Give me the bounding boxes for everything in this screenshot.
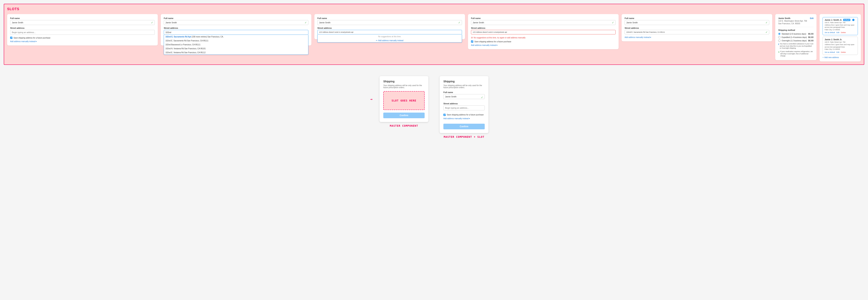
confirm-button-slot[interactable]: Confirm — [443, 124, 485, 129]
delete-saved-address-link-1[interactable]: Delete — [841, 32, 846, 33]
street-wrapper-slot — [443, 106, 485, 112]
autocomplete-item-4[interactable]: 102nd E. Vestama Rd San Francisco, CA 95… — [164, 51, 308, 55]
check-icon-4: ✓ — [612, 21, 614, 24]
address-name: Jamie Smith Edit — [778, 17, 813, 19]
edit-saved-address-link-2[interactable]: Edit — [836, 51, 839, 53]
slots-section: SLOTS Full name ✓ Street address Save sh… — [4, 4, 864, 65]
shipping-dialog-slot: Shipping Your shipping address will be o… — [440, 76, 489, 133]
street-wrapper-3: No suggestions at this time. ✏ Add addre… — [317, 30, 462, 34]
set-as-default-link-1[interactable]: Set as default — [825, 32, 835, 33]
shipping-option-standard: Standard (2-6 business days) $X.XX — [778, 33, 813, 35]
set-as-default-link-2[interactable]: Set as default — [825, 51, 835, 53]
edit-address-link[interactable]: Edit — [810, 17, 813, 19]
shipping-price-expedited: $X.XX — [808, 36, 813, 38]
street-label-slot: Street address — [443, 102, 485, 105]
slot-card-3: Full name ✓ Street address No suggestion… — [314, 14, 465, 39]
street-input-3[interactable] — [317, 30, 462, 34]
delete-saved-address-link-2[interactable]: Delete — [841, 51, 846, 53]
shipping-dialog-desc-slot: Your shipping address will be only used … — [443, 84, 485, 89]
street-wrapper-5: ✓ — [625, 30, 769, 34]
full-name-input-1[interactable] — [10, 20, 155, 25]
info-row-blue: ℹ You have a controlled substance in you… — [778, 43, 813, 50]
street-input-2[interactable] — [164, 30, 308, 35]
slot-placeholder: SLOT GOES HERE — [383, 91, 425, 110]
master-component-slot-wrapper: Shipping Your shipping address will be o… — [440, 76, 489, 138]
master-component-wrapper: → Shipping Your shipping address will be… — [379, 76, 428, 138]
full-name-input-slot[interactable] — [443, 94, 485, 99]
no-suggestions-dropdown: No suggestions at this time. ✏ Add addre… — [317, 34, 462, 42]
error-icon-4: ⊘ — [471, 36, 473, 39]
add-new-address-btn[interactable]: + Add new address — [823, 56, 858, 58]
slot-card-1: Full name ✓ Street address Save shipping… — [7, 14, 158, 46]
shipping-dialog-wrapper: → Shipping Your shipping address will be… — [379, 76, 428, 122]
full-name-input-5[interactable] — [625, 20, 769, 25]
add-manually-link-1[interactable]: Add address manually instead ▾ — [10, 40, 155, 42]
autocomplete-item-2[interactable]: 102nd Basswood Ln Francisco, CA 95111 — [164, 43, 308, 47]
add-manually-link-slot[interactable]: Add address manually instead ▾ — [443, 118, 485, 120]
shipping-option-expedited: Expedited (1-4 business days) $X.XX — [778, 36, 813, 38]
slot-arrow-indicator: → — [370, 97, 372, 101]
slots-title: SLOTS — [7, 7, 861, 11]
street-input-4[interactable] — [471, 30, 616, 34]
slots-row: Full name ✓ Street address Save shipping… — [7, 14, 861, 61]
autocomplete-dropdown: 102nd E. Sacramento Rd Apt (158 more ent… — [164, 35, 308, 55]
info-text-blue: You have a controlled substance in your … — [780, 43, 813, 50]
full-name-input-2[interactable] — [164, 20, 308, 25]
address-text: 110 E. Washington Street Apt. 758 San Fr… — [778, 20, 813, 25]
shipping-label-expedited: Expedited (1-4 business days) — [782, 36, 807, 38]
shipping-radio-standard[interactable] — [778, 33, 780, 35]
save-checkbox-slot[interactable] — [443, 114, 446, 116]
saved-address-item-2[interactable]: Jamie J. Smith Jr. 100 E. Fake Street Ap… — [823, 37, 858, 55]
saved-address-actions-2: Set as default Edit Delete — [825, 51, 856, 53]
autocomplete-item-1[interactable]: 102nd E. Sacramento Rd San Francisco, CA… — [164, 39, 308, 43]
info-icon-green: ● — [778, 51, 779, 53]
error-message-4: ⊘ No suggestions at this time, try again… — [471, 36, 616, 39]
edit-saved-address-link-1[interactable]: Edit — [836, 32, 839, 33]
add-manually-pencil[interactable]: ✏ Add address manually instead — [317, 39, 462, 42]
saved-address-text-1: 100 E. Fake Street Apt. 758Address line … — [825, 22, 856, 31]
street-input-5[interactable] — [625, 30, 769, 34]
street-input-1[interactable] — [10, 30, 155, 35]
full-name-label-4: Full name — [471, 17, 616, 19]
shipping-price-standard: $X.XX — [808, 33, 813, 35]
add-manually-link-5[interactable]: Add address manually instead ▾ — [625, 36, 769, 38]
bottom-section: → Shipping Your shipping address will be… — [4, 72, 864, 142]
saved-address-name-1: Jamie J. Smith Jr. Default — [825, 19, 856, 21]
shipping-label-overnight: Overnight (1-2 business days) — [782, 40, 807, 42]
shipping-label-standard: Standard (2-6 business days) — [782, 33, 807, 35]
shipping-dialog-desc-master: Your shipping address will be only used … — [383, 84, 425, 89]
shipping-dialog-title-slot: Shipping — [443, 80, 485, 83]
full-name-input-3[interactable] — [317, 20, 462, 25]
autocomplete-item-3[interactable]: 102nd N. Vestama Rd San Francisco, CA 95… — [164, 47, 308, 51]
full-name-wrapper-4: ✓ — [471, 20, 616, 25]
slot-card-2: Full name ✓ Street address 102nd E. Sacr… — [161, 14, 311, 46]
street-wrapper-4 — [471, 30, 616, 34]
street-label-4: Street address — [471, 27, 616, 29]
full-name-label-3: Full name — [317, 17, 462, 19]
address-block: Jamie Smith Edit 110 E. Washington Stree… — [778, 17, 813, 27]
full-name-wrapper-slot: ✓ — [443, 94, 485, 100]
saved-address-item-1[interactable]: Jamie J. Smith Jr. Default 100 E. Fake S… — [823, 17, 858, 35]
street-check-icon-5: ✓ — [766, 31, 768, 34]
shipping-radio-overnight[interactable] — [778, 39, 780, 42]
shipping-radio-expedited[interactable] — [778, 36, 780, 38]
full-name-input-4[interactable] — [471, 20, 616, 25]
saved-address-text-2: 100 E. Fake Street Apt. 758Address line … — [825, 41, 856, 50]
street-label-2: Street address — [164, 27, 308, 29]
street-label-5: Street address — [625, 27, 769, 29]
confirm-button-master[interactable]: Confirm — [383, 113, 425, 118]
save-checkbox-row-4: Save shipping address for a future purch… — [471, 40, 616, 43]
master-component-label: MASTER COMPONENT — [390, 124, 418, 127]
street-input-slot[interactable] — [443, 106, 485, 110]
info-text-green: If your medication requires refrigeratio… — [780, 51, 813, 57]
full-name-label-1: Full name — [10, 17, 155, 19]
add-manually-link-4[interactable]: Add address manually instead ▾ — [471, 44, 616, 46]
no-suggestions-text: No suggestions at this time. — [317, 34, 462, 39]
save-label-4: Save shipping address for a future purch… — [474, 40, 511, 43]
save-checkbox-1[interactable] — [10, 37, 12, 39]
info-row-green: ● If your medication requires refrigerat… — [778, 51, 813, 57]
autocomplete-item-0[interactable]: 102nd E. Sacramento Rd Apt (158 more ent… — [164, 35, 308, 39]
main-container: SLOTS Full name ✓ Street address Save sh… — [0, 0, 868, 146]
save-checkbox-row-slot: Save shipping address for a future purch… — [443, 114, 485, 116]
save-checkbox-4[interactable] — [471, 40, 473, 43]
